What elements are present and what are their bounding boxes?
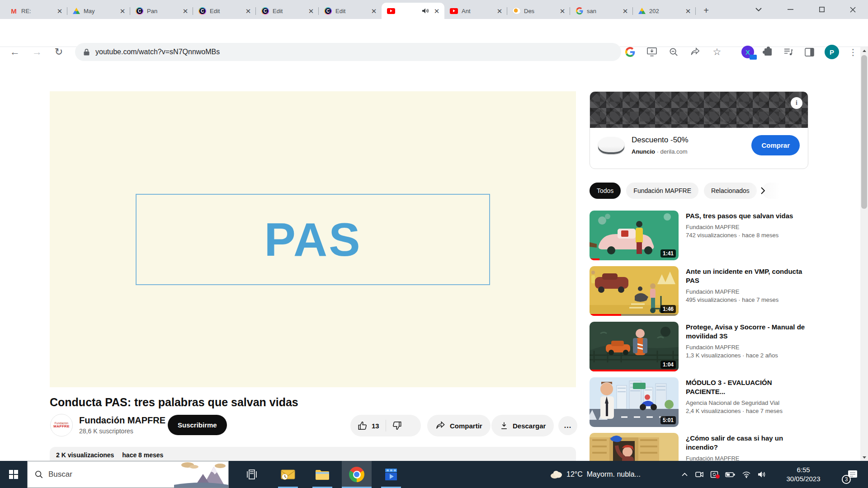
tab-design-des[interactable]: Des ✕ — [507, 3, 570, 19]
channel-name[interactable]: Fundación MAPFRE — [79, 415, 165, 426]
suggested-video-row[interactable]: 1:46 Ante un incidente en VMP, conducta … — [590, 266, 808, 317]
thumb-down-icon — [392, 421, 402, 431]
close-window-button[interactable] — [838, 0, 868, 19]
suggested-video-row[interactable]: 5:01 MÓDULO 3 - EVALUACIÓN PACIENTE... A… — [590, 377, 808, 428]
tab-drive-may[interactable]: May ✕ — [67, 3, 130, 19]
tab-audio-icon[interactable] — [422, 8, 429, 14]
tab-gmail[interactable]: M RE: ✕ — [5, 3, 67, 19]
address-bar[interactable]: youtube.com/watch?v=sN7QnnwoMBs — [75, 43, 621, 61]
media-playlist-icon[interactable] — [780, 44, 797, 60]
tab-close-icon[interactable]: ✕ — [558, 7, 566, 15]
taskbar-movies-tv-button[interactable] — [376, 461, 406, 488]
subscribe-button[interactable]: Suscribirme — [168, 415, 227, 435]
suggested-video-row[interactable]: 1:41 PAS, tres pasos que salvan vidas Fu… — [590, 211, 808, 261]
video-thumbnail[interactable]: 1:41 — [590, 211, 679, 260]
ad-headline[interactable]: Descuento -50% — [632, 136, 689, 145]
video-thumbnail[interactable]: 1:46 — [590, 266, 679, 316]
like-button[interactable]: 13 — [350, 421, 386, 431]
page-scrollbar[interactable] — [860, 47, 868, 461]
ad-info-icon[interactable]: i — [791, 97, 802, 109]
tray-battery-icon[interactable] — [725, 472, 735, 478]
chips-next-button[interactable] — [756, 183, 770, 198]
forward-button[interactable]: → — [28, 43, 46, 61]
tab-close-icon[interactable]: ✕ — [684, 7, 692, 15]
video-player[interactable]: PAS — [50, 91, 576, 387]
ad-card[interactable]: i Descuento -50% Anuncio · derila.com Co… — [590, 91, 808, 169]
dislike-button[interactable] — [386, 421, 409, 431]
taskbar-clock[interactable]: 6:55 30/05/2023 — [774, 461, 833, 488]
tab-canva-edit-2[interactable]: C Edit ✕ — [256, 3, 319, 19]
zoom-page-icon[interactable] — [665, 44, 682, 60]
tab-canva-edit-3[interactable]: C Edit ✕ — [319, 3, 382, 19]
tab-close-icon[interactable]: ✕ — [621, 7, 629, 15]
tab-close-icon[interactable]: ✕ — [495, 7, 504, 15]
google-result-icon[interactable] — [622, 44, 638, 60]
taskbar-file-explorer-button[interactable] — [307, 461, 337, 488]
suggested-video-title[interactable]: ¿Cómo salir de casa si hay un incendio? — [686, 434, 808, 452]
minimize-button[interactable] — [774, 0, 806, 19]
taskbar-outlook-button[interactable] — [273, 461, 303, 488]
tab-close-icon[interactable]: ✕ — [370, 7, 378, 15]
browser-menu-icon[interactable]: ⋮ — [846, 44, 860, 60]
scroll-down-arrow[interactable] — [860, 454, 868, 461]
tab-close-icon[interactable]: ✕ — [118, 7, 127, 15]
tab-close-icon[interactable]: ✕ — [244, 7, 252, 15]
suggested-video-title[interactable]: Protege, Avisa y Socorre - Manual de mov… — [686, 323, 808, 341]
scroll-up-arrow[interactable] — [860, 47, 868, 54]
tray-wifi-icon[interactable] — [742, 471, 751, 478]
suggested-video-title[interactable]: PAS, tres pasos que salvan vidas — [686, 211, 808, 221]
taskbar-search-input[interactable] — [48, 470, 148, 479]
tab-youtube-ant[interactable]: Ant ✕ — [444, 3, 507, 19]
video-description[interactable]: 2 K visualizaciones hace 8 meses — [50, 447, 576, 461]
browser-profile-avatar[interactable]: P — [824, 44, 840, 60]
taskbar-search-box[interactable] — [27, 461, 229, 488]
suggested-video-row[interactable]: 1:04 Protege, Avisa y Socorre - Manual d… — [590, 322, 808, 372]
taskbar-weather-widget[interactable]: 12°C Mayorm. nubla... — [546, 461, 644, 488]
tray-meet-now-icon[interactable] — [694, 471, 703, 478]
tab-youtube-active[interactable]: ✕ — [382, 3, 444, 19]
maximize-button[interactable] — [806, 0, 838, 19]
suggested-video-meta: 742 visualizaciones · hace 8 meses — [686, 232, 808, 239]
scrollbar-thumb[interactable] — [861, 55, 867, 209]
ad-product-image[interactable] — [598, 137, 624, 154]
tab-search-chevron-icon[interactable] — [743, 0, 774, 19]
tab-google-san[interactable]: san ✕ — [570, 3, 633, 19]
tray-volume-icon[interactable] — [758, 471, 766, 478]
video-thumbnail[interactable]: 1:04 — [590, 322, 679, 371]
download-button[interactable]: Descargar — [491, 415, 554, 436]
tray-show-hidden-icons[interactable] — [682, 473, 688, 476]
windows-taskbar: 12°C Mayorm. nubla... 6:55 30/05/2023 3 — [0, 461, 868, 488]
taskbar-chrome-button[interactable] — [342, 461, 372, 488]
tab-close-icon[interactable]: ✕ — [181, 7, 189, 15]
tab-close-icon[interactable]: ✕ — [433, 7, 441, 15]
tab-canva-edit-1[interactable]: C Edit ✕ — [193, 3, 256, 19]
chip-todos[interactable]: Todos — [590, 183, 621, 199]
tab-close-icon[interactable]: ✕ — [56, 7, 64, 15]
start-button[interactable] — [0, 461, 27, 488]
channel-subscribers: 28,6 K suscriptores — [79, 427, 133, 435]
extensions-puzzle-icon[interactable] — [760, 44, 776, 60]
share-page-icon[interactable] — [687, 44, 703, 60]
back-button[interactable]: ← — [6, 43, 24, 61]
task-view-button[interactable] — [237, 461, 267, 488]
tab-drive-202[interactable]: 202 ✕ — [633, 3, 696, 19]
action-center-button[interactable]: 3 — [840, 461, 865, 488]
tab-close-icon[interactable]: ✕ — [307, 7, 315, 15]
ad-banner-image[interactable]: i — [590, 92, 808, 128]
more-actions-button[interactable]: ... — [558, 416, 577, 435]
tray-sync-icon[interactable] — [710, 471, 718, 478]
bookmark-star-icon[interactable]: ☆ — [709, 44, 725, 60]
share-button[interactable]: Compartir — [427, 415, 491, 436]
install-app-icon[interactable] — [644, 44, 660, 60]
extension-avatar-icon[interactable]: X — [740, 44, 756, 60]
ad-cta-button[interactable]: Comprar — [751, 135, 800, 155]
suggested-video-title[interactable]: MÓDULO 3 - EVALUACIÓN PACIENTE... — [686, 378, 808, 396]
channel-avatar[interactable]: Fundación MAPFRE — [50, 414, 73, 436]
new-tab-button[interactable]: + — [699, 4, 713, 17]
reload-button[interactable]: ↻ — [50, 43, 68, 61]
side-panel-icon[interactable] — [801, 44, 817, 60]
video-thumbnail[interactable]: 5:01 — [590, 377, 679, 427]
chip-fundacion-mapfre[interactable]: Fundación MAPFRE — [626, 183, 698, 199]
suggested-video-title[interactable]: Ante un incidente en VMP, conducta PAS — [686, 267, 808, 285]
tab-canva-pan[interactable]: C Pan ✕ — [130, 3, 193, 19]
